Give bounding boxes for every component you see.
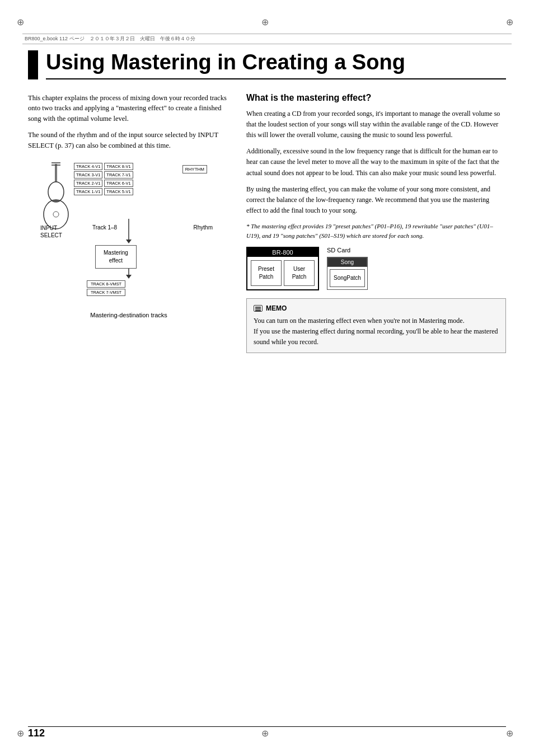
track-2-v1: TRACK 2-V1 — [74, 180, 102, 187]
br800-inner: PresetPatch UserPatch — [247, 257, 318, 289]
br800-sd-diagram: BR-800 PresetPatch UserPatch SD C — [246, 247, 506, 290]
mastering-effect-box: Masteringeffect — [95, 245, 137, 269]
signal-flow-diagram: TRACK 4-V1 TRACK 3-V1 TRACK 2-V1 TRACK 1… — [28, 158, 229, 318]
label-input-select: INPUTSELECT — [40, 224, 62, 239]
header-text: BR800_e.book 112 ページ ２０１０年３月２日 火曜日 午後６時４… — [25, 35, 195, 43]
memo-text-2: If you use the mastering effect during n… — [254, 326, 499, 347]
svg-marker-13 — [126, 275, 132, 279]
br800-box: BR-800 PresetPatch UserPatch — [246, 247, 319, 290]
destination-tracks: TRACK 8-VMST TRACK 7-VMST — [87, 280, 125, 296]
reg-mark-bottom-center — [261, 728, 273, 739]
track-boxes-area: TRACK 4-V1 TRACK 3-V1 TRACK 2-V1 TRACK 1… — [74, 163, 133, 195]
sdcard-wrapper: Song SongPatch — [327, 257, 368, 290]
memo-text-1: You can turn on the mastering effect eve… — [254, 316, 499, 326]
track-6-v1: TRACK 6-V1 — [104, 180, 133, 187]
sdcard-inner: SongPatch — [327, 267, 367, 289]
reg-mark-bottom-left — [17, 728, 28, 739]
track-4-v1: TRACK 4-V1 — [74, 163, 102, 170]
sdcard-label: SD Card — [327, 247, 368, 253]
user-patch-box: UserPatch — [284, 260, 315, 286]
two-column-layout: This chapter explains the process of mix… — [28, 93, 506, 353]
body-para-1: When creating a CD from your recorded so… — [246, 109, 506, 141]
track-1-v1: TRACK 1-V1 — [74, 188, 102, 195]
guitar-icon — [39, 158, 73, 231]
right-column: What is the mastering effect? When creat… — [246, 93, 506, 353]
memo-title: MEMO — [254, 304, 499, 312]
diagram-inner: TRACK 4-V1 TRACK 3-V1 TRACK 2-V1 TRACK 1… — [39, 158, 218, 309]
reg-mark-top-center — [261, 17, 273, 28]
page-number: 112 — [28, 727, 45, 739]
track-8-v1: TRACK 8-V1 — [104, 163, 133, 170]
sdcard-song-label: Song — [327, 257, 367, 267]
rhythm-box: RHYTHM — [182, 165, 207, 173]
intro-paragraph-1: This chapter explains the process of mix… — [28, 93, 229, 124]
track-3-v1: TRACK 3-V1 — [74, 171, 102, 179]
br800-title: BR-800 — [247, 248, 318, 257]
header-bar: BR800_e.book 112 ページ ２０１０年３月２日 火曜日 午後６時４… — [22, 34, 512, 44]
track-col-right: TRACK 8-V1 TRACK 7-V1 TRACK 6-V1 TRACK 5… — [104, 163, 133, 195]
left-column: This chapter explains the process of mix… — [28, 93, 229, 353]
memo-box: MEMO You can turn on the mastering effec… — [246, 298, 506, 353]
body-para-3: By using the mastering effect, you can m… — [246, 184, 506, 217]
sdcard-area: SD Card Song SongPatch — [327, 247, 368, 290]
svg-point-1 — [48, 182, 64, 202]
footnote-text: * The mastering effect provides 19 "pres… — [246, 222, 506, 240]
br800-box-wrapper: BR-800 PresetPatch UserPatch — [246, 247, 319, 290]
track-8-vmst: TRACK 8-VMST — [87, 280, 125, 288]
track-col-left: TRACK 4-V1 TRACK 3-V1 TRACK 2-V1 TRACK 1… — [74, 163, 102, 195]
page-title: Using Mastering in Creating a Song — [46, 50, 506, 79]
song-patch-box: SongPatch — [330, 269, 365, 287]
section-heading: What is the mastering effect? — [246, 93, 506, 103]
track-7-vmst: TRACK 7-VMST — [87, 289, 125, 296]
svg-rect-5 — [53, 200, 59, 202]
body-para-2: Additionally, excessive sound in the low… — [246, 146, 506, 179]
reg-mark-top-right — [506, 17, 517, 28]
svg-point-6 — [53, 212, 59, 217]
page-bottom-line — [28, 726, 506, 727]
title-black-bar — [28, 50, 38, 79]
label-track-1-8: Track 1–8 — [92, 224, 117, 231]
svg-marker-11 — [126, 240, 132, 243]
title-section: Using Mastering in Creating a Song — [28, 50, 506, 79]
page-content: Using Mastering in Creating a Song This … — [28, 50, 506, 711]
diagram-caption: Mastering-destination tracks — [90, 312, 167, 318]
label-rhythm: Rhythm — [194, 224, 213, 231]
track-7-v1: TRACK 7-V1 — [104, 171, 133, 179]
reg-mark-top-left — [17, 17, 28, 28]
memo-icon — [254, 305, 263, 312]
track-5-v1: TRACK 5-V1 — [104, 188, 133, 195]
reg-mark-bottom-right — [506, 728, 517, 739]
intro-paragraph-2: The sound of the rhythm and of the input… — [28, 130, 229, 151]
preset-patch-box: PresetPatch — [251, 260, 282, 286]
